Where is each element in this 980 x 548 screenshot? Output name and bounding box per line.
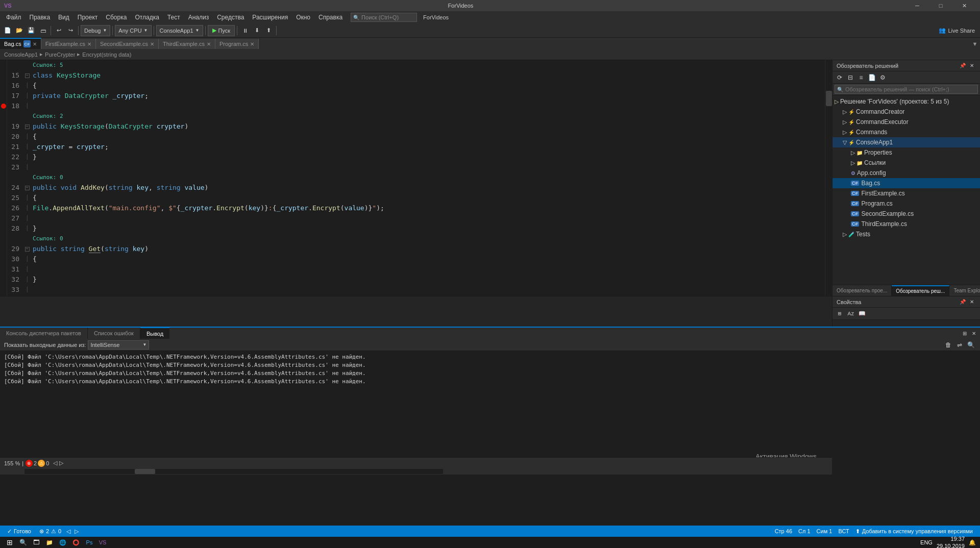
panel-tab-solution[interactable]: Обозреватель реш...: [892, 285, 949, 296]
tree-second-example[interactable]: C# SecondExample.cs: [832, 209, 980, 219]
save-btn[interactable]: 💾: [26, 25, 37, 36]
tree-consoleapp1[interactable]: ▽ ⚡ ConsoleApp1: [832, 137, 980, 147]
output-word-wrap-btn[interactable]: ⇌: [954, 340, 965, 350]
status-version-control[interactable]: ⬆ Добавить в систему управления версиями: [852, 528, 976, 535]
status-nav-forward[interactable]: ▷: [72, 528, 81, 535]
search-box[interactable]: 🔍 Поиск (Ctrl+Q): [351, 13, 417, 22]
collapse-29[interactable]: −: [25, 247, 30, 252]
output-clear-btn[interactable]: 🗑: [943, 340, 953, 350]
tab-third-example[interactable]: ThirdExample.cs ✕: [159, 39, 215, 49]
platform-dropdown[interactable]: Any CPU ▼: [115, 25, 151, 36]
panel-search-input[interactable]: [845, 86, 975, 92]
bottom-tab-output[interactable]: Вывод: [140, 328, 169, 339]
panel-tab-team[interactable]: Team Explorer — Си...: [949, 285, 980, 296]
collapse-19[interactable]: −: [25, 124, 30, 129]
taskbar-notification[interactable]: 🔔: [969, 539, 976, 546]
tree-program-cs[interactable]: C# Program.cs: [832, 198, 980, 209]
status-nav-back[interactable]: ◁: [64, 528, 72, 535]
taskbar-explorer[interactable]: 📁: [44, 537, 55, 548]
undo-btn[interactable]: ↩: [53, 25, 64, 36]
tab-expand-btn[interactable]: ▼: [970, 39, 980, 49]
tab-first-example-close[interactable]: ✕: [87, 41, 91, 47]
panel-close-btn[interactable]: ✕: [968, 62, 976, 70]
tree-third-example[interactable]: C# ThirdExample.cs: [832, 219, 980, 229]
tab-second-example[interactable]: SecondExample.cs ✕: [96, 39, 159, 49]
output-source-dropdown[interactable]: IntelliSense ▼: [88, 340, 149, 350]
run-btn[interactable]: ▶ Пуск: [208, 25, 235, 36]
tab-bag-cs[interactable]: Bag.cs C# ✕: [0, 38, 41, 49]
start-btn[interactable]: ⊞: [4, 537, 15, 548]
output-close-btn[interactable]: ✕: [970, 329, 978, 337]
menu-file[interactable]: Файл: [2, 11, 26, 23]
panel-sync-btn[interactable]: ⟳: [835, 72, 845, 83]
tree-command-executor[interactable]: ▷ ⚡ CommandExecutor: [832, 117, 980, 127]
panel-collapse-btn[interactable]: ⊟: [845, 72, 855, 83]
menu-build[interactable]: Сборка: [102, 11, 131, 23]
menu-tools[interactable]: Средства: [213, 11, 248, 23]
tree-solution-root[interactable]: ▷ Решение 'ForVideos' (проектов: 5 из 5): [832, 96, 980, 107]
bottom-tab-errors[interactable]: Список ошибок: [88, 328, 140, 339]
editor-scrollbar-h[interactable]: [0, 468, 832, 475]
maximize-btn[interactable]: □: [929, 0, 952, 11]
panel-tab-projects[interactable]: Обозреватель прое...: [832, 285, 892, 296]
open-btn[interactable]: 📂: [14, 25, 25, 36]
search-btn[interactable]: 🔍: [17, 537, 29, 548]
taskbar-chrome[interactable]: ⭕: [70, 537, 82, 548]
tree-tests[interactable]: ▷ 🧪 Tests: [832, 229, 980, 239]
error-indicator[interactable]: ⊗ 2 ⚠ 0: [26, 460, 49, 467]
tree-first-example[interactable]: C# FirstExample.cs: [832, 188, 980, 198]
tree-appconfig[interactable]: ⚙ App.config: [832, 168, 980, 178]
debug-dropdown[interactable]: Debug ▼: [81, 25, 110, 36]
code-content[interactable]: Ссылок: 5 class KeysStorage { private Da…: [31, 60, 825, 296]
output-float-btn[interactable]: ⊞: [961, 329, 969, 337]
close-btn[interactable]: ✕: [952, 0, 976, 11]
collapse-15[interactable]: −: [25, 73, 30, 78]
tree-properties[interactable]: ▷ 📁 Properties: [832, 147, 980, 158]
save-all-btn[interactable]: 🗃: [37, 25, 48, 36]
panel-pin-btn[interactable]: 📌: [959, 62, 967, 70]
tab-second-example-close[interactable]: ✕: [150, 41, 154, 47]
new-project-btn[interactable]: 📄: [2, 25, 13, 36]
properties-pin-btn[interactable]: 📌: [959, 298, 967, 306]
minimize-btn[interactable]: ─: [905, 0, 929, 11]
status-errors[interactable]: ⊗ 2 ⚠ 0: [36, 528, 64, 535]
tree-commands[interactable]: ▷ ⚡ Commands: [832, 127, 980, 137]
zoom-level[interactable]: 155 %: [4, 460, 20, 466]
menu-window[interactable]: Окно: [292, 11, 314, 23]
status-ready[interactable]: ✓ Готово: [4, 528, 34, 535]
menu-test[interactable]: Тест: [163, 11, 184, 23]
menu-analyze[interactable]: Анализ: [184, 11, 213, 23]
step-into-btn[interactable]: ⬇: [251, 25, 262, 36]
menu-help[interactable]: Справка: [314, 11, 347, 23]
nav-back-btn[interactable]: ◁: [53, 460, 57, 466]
bottom-tab-packages[interactable]: Консоль диспетчера пакетов: [0, 328, 88, 339]
taskbar-ps[interactable]: Ps: [84, 537, 95, 548]
menu-view[interactable]: Вид: [54, 11, 74, 23]
project-dropdown[interactable]: ConsoleApp1 ▼: [156, 25, 203, 36]
menu-debug[interactable]: Отладка: [131, 11, 163, 23]
props-alpha-btn[interactable]: Az: [846, 309, 856, 319]
taskbar-vs[interactable]: VS: [97, 537, 108, 548]
live-share-btn[interactable]: 👥 Live Share: [936, 25, 978, 36]
props-pages-btn[interactable]: 📖: [857, 309, 867, 319]
tab-program-cs[interactable]: Program.cs ✕: [215, 39, 259, 49]
tree-command-creator[interactable]: ▷ ⚡ CommandCreator: [832, 107, 980, 117]
tree-references[interactable]: ▷ 📁 Ссылки: [832, 158, 980, 168]
menu-project[interactable]: Проект: [74, 11, 102, 23]
taskbar-edge[interactable]: 🌐: [57, 537, 68, 548]
panel-filter-btn[interactable]: ≡: [856, 72, 866, 83]
tab-third-example-close[interactable]: ✕: [207, 41, 211, 47]
tab-first-example[interactable]: FirstExample.cs ✕: [41, 39, 96, 49]
menu-extensions[interactable]: Расширения: [248, 11, 292, 23]
props-category-btn[interactable]: ⊞: [835, 309, 845, 319]
menu-edit[interactable]: Правка: [26, 11, 55, 23]
panel-file-btn[interactable]: 📄: [867, 72, 877, 83]
step-out-btn[interactable]: ⬆: [263, 25, 274, 36]
output-find-btn[interactable]: 🔍: [966, 340, 976, 350]
properties-close-btn[interactable]: ✕: [968, 298, 976, 306]
redo-btn[interactable]: ↪: [65, 25, 76, 36]
nav-forward-btn[interactable]: ▷: [59, 460, 63, 466]
panel-settings-btn[interactable]: ⚙: [877, 72, 888, 83]
taskview-btn[interactable]: 🗔: [31, 537, 42, 548]
step-over-btn[interactable]: ⏸: [239, 25, 251, 36]
